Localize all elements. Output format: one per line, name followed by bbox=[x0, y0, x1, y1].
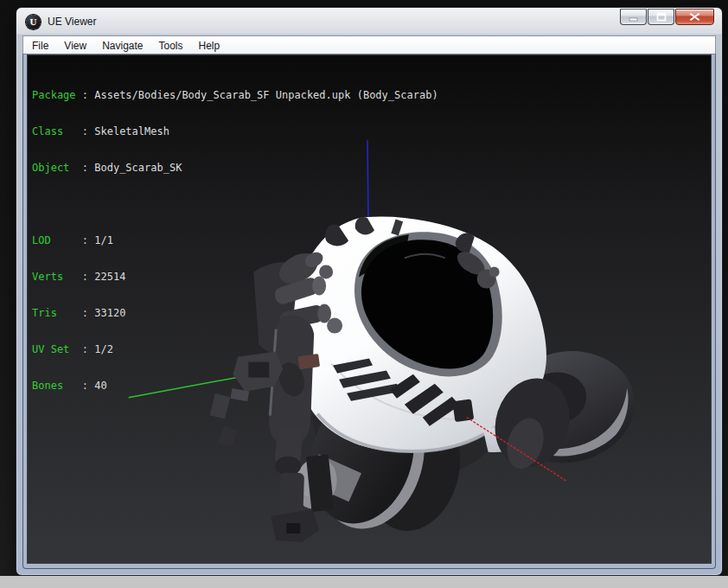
mesh-info-overlay: Package:Assets/Bodies/Body_Scarab_SF Unp… bbox=[32, 65, 438, 416]
overlay-row-package: Package:Assets/Bodies/Body_Scarab_SF Unp… bbox=[32, 89, 438, 101]
menu-item-file[interactable]: File bbox=[24, 38, 56, 54]
close-icon bbox=[689, 12, 700, 22]
minimize-button[interactable] bbox=[620, 9, 647, 25]
overlay-row-tris: Tris:33120 bbox=[32, 307, 438, 319]
overlay-row-lod: LOD:1/1 bbox=[32, 234, 438, 246]
titlebar[interactable]: U UE Viewer bbox=[16, 8, 722, 35]
menu-item-help[interactable]: Help bbox=[191, 38, 228, 54]
overlay-row-verts: Verts:22514 bbox=[32, 271, 438, 283]
ue-viewer-window: U UE Viewer File View Navig bbox=[16, 7, 723, 576]
client-frame: Package:Assets/Bodies/Body_Scarab_SF Unp… bbox=[22, 54, 716, 569]
window-controls bbox=[619, 9, 714, 25]
menu-item-tools[interactable]: Tools bbox=[151, 38, 191, 54]
window-title: UE Viewer bbox=[48, 16, 96, 28]
maximize-button[interactable] bbox=[648, 9, 674, 25]
menu-bar: File View Navigate Tools Help bbox=[22, 35, 716, 54]
close-button[interactable] bbox=[675, 9, 714, 25]
overlay-row-bones: Bones:40 bbox=[32, 380, 438, 392]
menu-item-navigate[interactable]: Navigate bbox=[94, 38, 150, 54]
overlay-row-uvset: UV Set:1/2 bbox=[32, 343, 438, 355]
viewport-3d[interactable]: Package:Assets/Bodies/Body_Scarab_SF Unp… bbox=[27, 54, 712, 564]
menu-item-view[interactable]: View bbox=[56, 38, 94, 54]
overlay-row-class: Class:SkeletalMesh bbox=[32, 125, 438, 137]
desktop-background-strip bbox=[0, 576, 728, 588]
minimize-icon bbox=[629, 13, 639, 22]
maximize-icon bbox=[656, 12, 667, 22]
overlay-row-object: Object:Body_Scarab_SK bbox=[32, 162, 438, 174]
unreal-logo-icon: U bbox=[26, 15, 41, 29]
